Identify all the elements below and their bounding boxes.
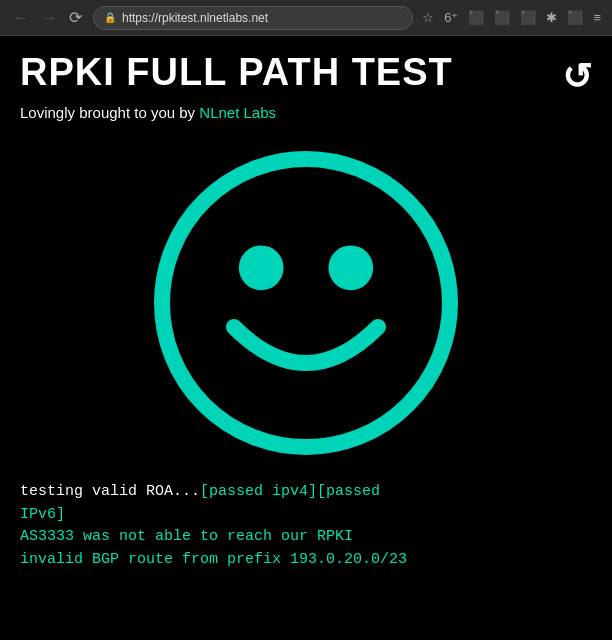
reload-button[interactable]: ⟳	[64, 6, 87, 29]
toolbar-icons: ☆ 6⁺ ⬛ ⬛ ⬛ ✱ ⬛ ≡	[419, 8, 604, 27]
back-button[interactable]: ←	[8, 7, 34, 29]
extension-icon1[interactable]: 6⁺	[441, 8, 461, 27]
nlnetlabs-link[interactable]: NLnet Labs	[199, 104, 276, 121]
extension-icon5[interactable]: ✱	[543, 8, 560, 27]
status-text: testing valid ROA...[passed ipv4][passed…	[20, 481, 592, 571]
bookmark-icon[interactable]: ☆	[419, 8, 437, 27]
status-line-4: invalid BGP route from prefix 193.0.20.0…	[20, 549, 592, 572]
extension-icon3[interactable]: ⬛	[491, 8, 513, 27]
svg-point-1	[239, 245, 284, 290]
smiley-container	[20, 133, 592, 473]
subtitle: Lovingly brought to you by NLnet Labs	[20, 104, 592, 121]
lock-icon: 🔒	[104, 12, 116, 23]
nav-buttons: ← → ⟳	[8, 6, 87, 29]
status-line1-cyan: [passed ipv4][passed	[200, 483, 380, 500]
menu-icon[interactable]: ⬛	[564, 8, 586, 27]
forward-button[interactable]: →	[36, 7, 62, 29]
status-line-1: testing valid ROA...[passed ipv4][passed	[20, 481, 592, 504]
svg-point-2	[328, 245, 373, 290]
extension-icon4[interactable]: ⬛	[517, 8, 539, 27]
page-refresh-icon[interactable]: ↺	[562, 56, 592, 98]
browser-chrome: ← → ⟳ 🔒 https://rpkitest.nlnetlabs.net ☆…	[0, 0, 612, 36]
url-text: https://rpkitest.nlnetlabs.net	[122, 11, 402, 25]
extension-icon2[interactable]: ⬛	[465, 8, 487, 27]
settings-icon[interactable]: ≡	[590, 8, 604, 27]
subtitle-text: Lovingly brought to you by	[20, 104, 199, 121]
status-line1-white: testing valid ROA...	[20, 483, 200, 500]
page-content: RPKI FULL PATH TEST ↺ Lovingly brought t…	[0, 36, 612, 640]
smiley-face	[146, 143, 466, 463]
page-title: RPKI FULL PATH TEST	[20, 52, 453, 94]
page-header: RPKI FULL PATH TEST ↺	[20, 52, 592, 98]
svg-point-0	[162, 159, 450, 447]
status-line-3: AS3333 was not able to reach our RPKI	[20, 526, 592, 549]
address-bar[interactable]: 🔒 https://rpkitest.nlnetlabs.net	[93, 6, 413, 30]
status-line-2: IPv6]	[20, 504, 592, 527]
